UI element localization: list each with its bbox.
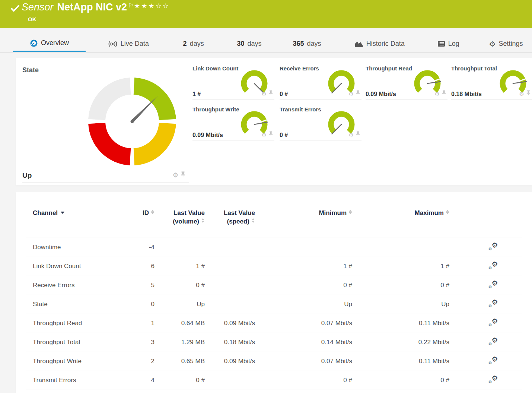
channel-title: Throughput Write xyxy=(192,106,239,112)
channel-gear-icon[interactable]: ⚙ xyxy=(349,132,354,137)
sort-icons xyxy=(252,218,255,223)
cell-last-volume: Up xyxy=(154,295,205,314)
cell-channel: Receive Errors xyxy=(26,276,138,295)
column-header-id[interactable]: ID xyxy=(138,192,154,238)
tab-log[interactable]: Log xyxy=(428,35,469,52)
gauge-tile-transmit-errors: Transmit Errors 0 # ⚙ xyxy=(280,105,361,140)
cell-maximum: Up xyxy=(352,295,449,314)
cell-minimum: 1 # xyxy=(255,257,352,276)
channel-gear-icon[interactable]: ⚙ xyxy=(435,91,440,96)
channels-table-panel: Channel ID Last Value (volume) Last Valu… xyxy=(16,192,532,393)
column-header-minimum[interactable]: Minimum xyxy=(255,192,352,238)
cell-id: 0 xyxy=(138,295,154,314)
cell-channel: Throughput Total xyxy=(26,333,138,352)
column-header-last-value-volume[interactable]: Last Value (volume) xyxy=(154,192,205,238)
gear-icon: ⚙ xyxy=(489,40,496,48)
cell-id: 5 xyxy=(138,276,154,295)
state-needle xyxy=(130,94,160,124)
cell-id: 4 xyxy=(138,371,154,390)
channel-last-value: 0.09 Mbit/s xyxy=(366,91,396,98)
column-header-maximum[interactable]: Maximum xyxy=(352,192,449,238)
channel-last-value: 0.18 Mbit/s xyxy=(451,91,482,98)
cell-id: -4 xyxy=(138,238,154,257)
channels-table: Channel ID Last Value (volume) Last Valu… xyxy=(26,192,522,390)
channel-settings-gears-icon[interactable]: ⚙⚙ xyxy=(488,242,498,251)
pin-icon[interactable] xyxy=(356,131,360,138)
cell-last-speed xyxy=(205,257,255,276)
cell-channel: Throughput Write xyxy=(26,352,138,371)
cell-maximum: 0.22 Mbit/s xyxy=(352,333,449,352)
table-row: Link Down Count 6 1 # 1 # 1 # ⚙⚙ xyxy=(26,257,522,276)
cell-channel: Transmit Errors xyxy=(26,371,138,390)
channel-title: Receive Errors xyxy=(280,65,319,72)
column-header-last-value-speed[interactable]: Last Value (speed) xyxy=(205,192,255,238)
pin-icon[interactable] xyxy=(181,171,185,179)
table-row: Transmit Errors 4 0 # 0 # 0 # ⚙⚙ xyxy=(26,371,522,390)
channel-gear-icon[interactable]: ⚙ xyxy=(262,91,267,96)
tab-label: Log xyxy=(448,40,459,48)
area-chart-icon xyxy=(354,40,363,47)
cell-minimum: 0.14 Mbit/s xyxy=(255,333,352,352)
cell-id: 1 xyxy=(138,314,154,333)
cell-last-speed xyxy=(205,295,255,314)
gauge-tile-throughput-total: Throughput Total 0.18 Mbit/s ⚙ xyxy=(451,64,532,99)
channel-settings-gears-icon[interactable]: ⚙⚙ xyxy=(488,261,498,270)
tab-overview[interactable]: Overview xyxy=(13,35,86,52)
tab-number: 2 xyxy=(183,40,187,48)
tab-number: 30 xyxy=(237,40,245,48)
cell-last-speed: 0.09 Mbit/s xyxy=(205,352,255,371)
tab-label: days xyxy=(190,40,204,48)
channel-settings-gears-icon[interactable]: ⚙⚙ xyxy=(488,280,498,289)
tab-label: Live Data xyxy=(121,40,149,48)
cell-id: 3 xyxy=(138,333,154,352)
channel-settings-gears-icon[interactable]: ⚙⚙ xyxy=(488,337,498,346)
channel-gear-icon[interactable]: ⚙ xyxy=(349,91,354,96)
table-row: State 0 Up Up Up ⚙⚙ xyxy=(26,295,522,314)
cell-last-volume: 0 # xyxy=(154,371,205,390)
channel-last-value: 0 # xyxy=(280,91,288,98)
channel-settings-gears-icon[interactable]: ⚙⚙ xyxy=(488,299,498,308)
gauge-tile-receive-errors: Receive Errors 0 # ⚙ xyxy=(280,64,361,99)
sort-desc-icon xyxy=(61,212,64,214)
tab-label: days xyxy=(248,40,262,48)
tab-settings[interactable]: ⚙ Settings xyxy=(480,35,532,52)
channel-gear-icon[interactable]: ⚙ xyxy=(519,91,524,96)
flag-icon[interactable]: ⚐ xyxy=(128,2,133,9)
channel-title: State xyxy=(22,66,39,74)
channel-gear-icon[interactable]: ⚙ xyxy=(262,132,267,137)
channel-title: Throughput Read xyxy=(366,65,412,72)
cell-channel: Throughput Read xyxy=(26,314,138,333)
cell-last-speed xyxy=(205,371,255,390)
cell-id: 6 xyxy=(138,257,154,276)
cell-minimum: 0.07 Mbit/s xyxy=(255,314,352,333)
channel-title: Transmit Errors xyxy=(280,106,321,112)
tab-2-days[interactable]: 2 days xyxy=(171,35,216,52)
status-badge: OK xyxy=(28,16,36,22)
pin-icon[interactable] xyxy=(442,90,446,97)
pin-icon[interactable] xyxy=(356,90,360,97)
cell-last-speed: 0.18 Mbit/s xyxy=(205,333,255,352)
pin-icon[interactable] xyxy=(526,90,531,97)
tab-label: Settings xyxy=(499,40,523,48)
sensor-header: SensorNetApp NIC v2⚐ ★★★☆☆ OK xyxy=(0,0,532,28)
channel-settings-gears-icon[interactable]: ⚙⚙ xyxy=(488,318,498,327)
cell-minimum: 0 # xyxy=(255,276,352,295)
channel-settings-gears-icon[interactable]: ⚙⚙ xyxy=(488,356,498,365)
column-header-channel[interactable]: Channel xyxy=(26,192,138,238)
channel-last-value: Up xyxy=(22,171,32,180)
pin-icon[interactable] xyxy=(269,90,273,97)
pin-icon[interactable] xyxy=(269,131,273,138)
tab-historic-data[interactable]: Historic Data xyxy=(342,35,417,52)
cell-minimum: 0.07 Mbit/s xyxy=(255,352,352,371)
channel-settings-gears-icon[interactable]: ⚙⚙ xyxy=(488,375,498,384)
tab-live-data[interactable]: Live Data xyxy=(97,35,160,52)
cell-minimum: Up xyxy=(255,295,352,314)
channel-last-value: 0.09 Mbit/s xyxy=(192,132,223,139)
channel-gear-icon[interactable]: ⚙ xyxy=(173,172,178,178)
cell-maximum xyxy=(352,238,449,257)
channel-title: Link Down Count xyxy=(192,65,238,72)
priority-stars[interactable]: ★★★☆☆ xyxy=(134,2,170,10)
tab-365-days[interactable]: 365 days xyxy=(283,35,331,52)
tab-30-days[interactable]: 30 days xyxy=(227,35,272,52)
tab-label: Overview xyxy=(41,39,69,47)
